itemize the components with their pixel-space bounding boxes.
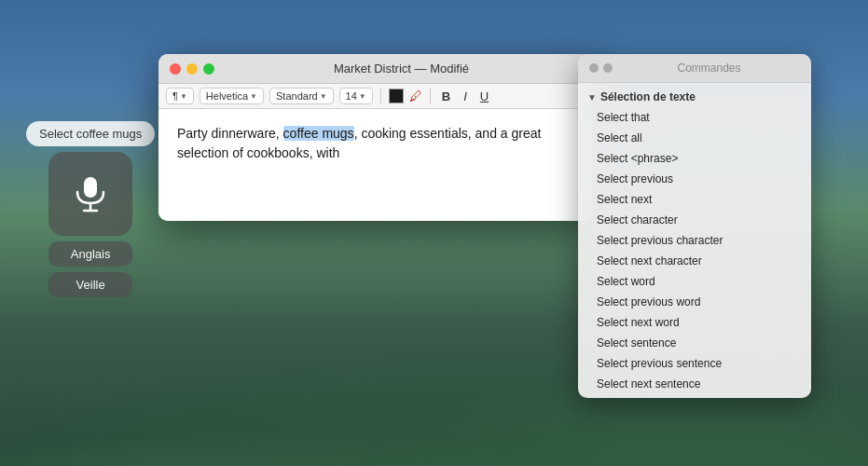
command-item-select-phrase[interactable]: Select <phrase> <box>578 148 811 169</box>
commands-dot-2 <box>603 63 613 73</box>
microphone-button[interactable] <box>48 152 132 236</box>
commands-traffic-lights <box>589 63 613 73</box>
command-item-select-next[interactable]: Select next <box>578 189 811 210</box>
section-chevron-icon: ▼ <box>587 92 597 103</box>
toolbar-separator-2 <box>430 88 431 104</box>
command-item-select-next-word[interactable]: Select next word <box>578 312 811 333</box>
toolbar-separator-1 <box>380 88 381 104</box>
command-item-select-previous[interactable]: Select previous <box>578 169 811 189</box>
commands-titlebar: Commandes <box>578 54 811 83</box>
command-item-select-sentence[interactable]: Select sentence <box>578 333 811 353</box>
language-button[interactable]: Anglais <box>48 241 132 267</box>
underline-button[interactable]: U <box>476 89 492 103</box>
paragraph-chevron: ▼ <box>180 92 187 101</box>
command-item-select-word[interactable]: Select word <box>578 271 811 292</box>
editor-content[interactable]: Party dinnerware, coffee mugs, cooking e… <box>158 109 592 221</box>
editor-window: Market District — Modifié ¶ ▼ Helvetica … <box>158 54 592 221</box>
highlighted-text: coffee mugs <box>283 126 354 141</box>
command-item-select-previous-character[interactable]: Select previous character <box>578 230 811 251</box>
traffic-lights <box>170 63 214 75</box>
command-item-select-previous-sentence[interactable]: Select previous sentence <box>578 353 811 374</box>
commands-body: ▼ Sélection de texte Select that Select … <box>578 83 811 398</box>
commands-panel: Commandes ▼ Sélection de texte Select th… <box>578 54 811 398</box>
color-picker[interactable] <box>389 89 404 103</box>
style-chevron: ▼ <box>320 92 327 101</box>
italic-button[interactable]: I <box>460 89 471 103</box>
pen-icon[interactable]: 🖊 <box>409 89 422 103</box>
command-item-select-that[interactable]: Select that <box>578 107 811 128</box>
window-title: Market District — Modifié <box>222 62 581 75</box>
microphone-icon <box>70 173 111 214</box>
size-label: 14 <box>346 90 357 102</box>
voice-panel: Select coffee mugs Anglais Veille <box>26 121 155 297</box>
section-label: Sélection de texte <box>600 90 696 103</box>
bold-button[interactable]: B <box>438 89 454 103</box>
size-chevron: ▼ <box>359 92 366 101</box>
command-item-select-next-character[interactable]: Select next character <box>578 251 811 271</box>
command-item-select-character[interactable]: Select character <box>578 210 811 230</box>
size-selector[interactable]: 14 ▼ <box>339 88 373 104</box>
voice-command-bubble: Select coffee mugs <box>26 121 155 146</box>
style-label: Standard <box>276 90 318 102</box>
window-titlebar: Market District — Modifié <box>158 54 592 84</box>
section-header-text-selection: ▼ Sélection de texte <box>578 87 811 107</box>
window-toolbar: ¶ ▼ Helvetica ▼ Standard ▼ 14 ▼ 🖊 B I U <box>158 84 592 109</box>
font-label: Helvetica <box>206 90 248 102</box>
font-chevron: ▼ <box>250 92 257 101</box>
close-button[interactable] <box>170 63 181 75</box>
command-item-select-next-sentence[interactable]: Select next sentence <box>578 374 811 394</box>
svg-rect-0 <box>84 177 97 198</box>
text-before-highlight: Party dinnerware, <box>177 126 283 141</box>
command-item-select-all[interactable]: Select all <box>578 128 811 148</box>
paragraph-button[interactable]: ¶ ▼ <box>166 88 194 104</box>
commands-title: Commandes <box>618 62 800 75</box>
zoom-button[interactable] <box>203 63 214 75</box>
paragraph-icon: ¶ <box>172 90 178 102</box>
font-selector[interactable]: Helvetica ▼ <box>200 88 264 104</box>
sleep-button[interactable]: Veille <box>48 272 132 297</box>
commands-dot-1 <box>589 63 599 73</box>
command-item-select-previous-word[interactable]: Select previous word <box>578 292 811 312</box>
style-selector[interactable]: Standard ▼ <box>269 88 334 104</box>
minimize-button[interactable] <box>186 63 198 75</box>
